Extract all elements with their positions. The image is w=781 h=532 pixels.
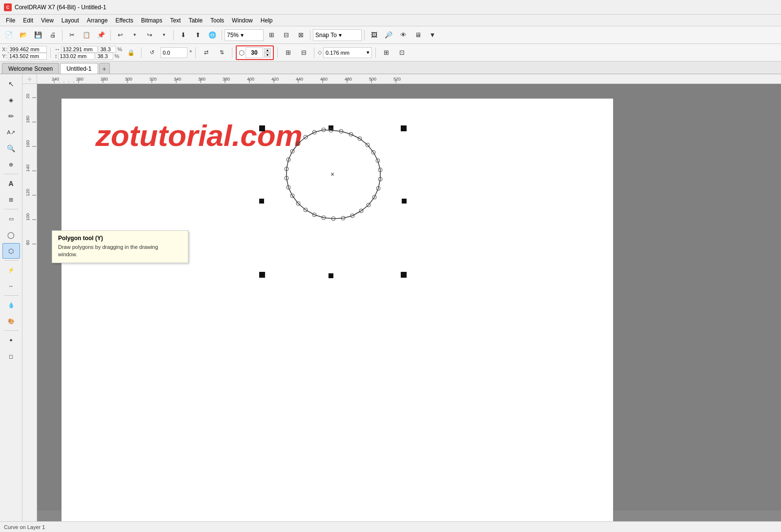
svg-text:320: 320 [149,77,157,82]
separator1 [62,30,62,41]
view-options4[interactable]: 🖥 [411,29,425,41]
pct-symbol1: % [117,46,122,52]
redo-button[interactable]: ↪ [143,29,156,41]
svg-text:500: 500 [369,77,376,82]
zoom-dropdown[interactable]: 75% ▾ [225,29,264,41]
undo-button[interactable]: ↩ [113,29,127,41]
obj-props[interactable]: ⊞ [379,46,393,59]
lock-ratio-button[interactable]: 🔒 [124,46,138,59]
svg-rect-35 [22,84,37,521]
print-button[interactable]: 🖨 [46,29,60,41]
tool-artistic[interactable]: A↗ [2,124,20,140]
main-area: ↖ ◈ ✏ A↗ 🔍 ⊕ A ⊞ ▭ ◯ ⬡ ⚡ ↔ 💧 🎨 ✦ ◻ ⊹ 240 [0,74,781,521]
reset-rotation[interactable]: ↺ [145,46,159,59]
menu-window[interactable]: Window [228,16,257,25]
view-options1[interactable]: 🖼 [367,29,381,41]
drawing-area[interactable]: zotutorial.com [37,84,781,511]
mirror-x[interactable]: ⊞ [281,46,295,59]
width-pct[interactable] [99,46,116,53]
undo-dropdown[interactable]: ▼ [128,29,142,41]
menu-tools[interactable]: Tools [206,16,228,25]
tool-pan[interactable]: ⊕ [2,157,20,172]
status-text: Curve on Layer 1 [4,524,45,530]
snap-to-dropdown[interactable]: Snap To ▾ [313,29,362,41]
tool-text[interactable]: A [2,176,20,191]
height-input[interactable] [58,53,95,60]
transform-pos[interactable]: ⊡ [395,46,409,59]
sides-down[interactable]: ▼ [264,53,271,58]
tool-freehand[interactable]: ✏ [2,108,20,124]
height-pct[interactable] [96,53,113,60]
width-input[interactable] [61,46,98,53]
export-button[interactable]: ⬆ [191,29,205,41]
menu-arrange[interactable]: Arrange [83,16,112,25]
zoom-options[interactable]: ⊞ [265,29,278,41]
tool-ellipse[interactable]: ◯ [2,227,20,243]
y-input[interactable] [8,53,47,60]
separator6 [364,30,365,41]
status-bar: Curve on Layer 1 [0,521,781,532]
width-icon: ↔ [54,46,60,53]
svg-text:440: 440 [296,77,303,82]
save-button[interactable]: 💾 [31,29,45,41]
svg-text:360: 360 [198,77,206,82]
cut-button[interactable]: ✂ [65,29,79,41]
guidelines-button[interactable]: ⊠ [294,29,308,41]
redo-dropdown[interactable]: ▼ [157,29,171,41]
menu-text[interactable]: Text [166,16,185,25]
menu-layout[interactable]: Layout [58,16,83,25]
publish-button[interactable]: 🌐 [206,29,219,41]
menu-edit[interactable]: Edit [19,16,37,25]
sides-up[interactable]: ▲ [264,48,271,53]
tab-welcome-screen[interactable]: Welcome Screen [2,63,59,74]
tool-outline[interactable]: ◻ [2,348,20,364]
open-button[interactable]: 📂 [17,29,30,41]
mirror-y[interactable]: ⊟ [297,46,310,59]
tool-pick[interactable]: ↖ [2,76,20,92]
svg-text:20: 20 [25,94,30,99]
polygon-sides-input[interactable] [246,47,263,58]
separator-size [141,47,142,58]
copy-button[interactable]: 📋 [80,29,93,41]
grid-button[interactable]: ⊟ [279,29,293,41]
flip-h[interactable]: ⇄ [199,46,213,59]
canvas-area[interactable]: ⊹ 240 260 280 300 320 340 360 380 [22,74,781,521]
sides-spinner: ▲ ▼ [264,48,271,58]
view-options2[interactable]: 🔎 [382,29,395,41]
view-options3[interactable]: 👁 [396,29,410,41]
title-bar: C CorelDRAW X7 (64-Bit) - Untitled-1 [0,0,781,15]
paste-button[interactable]: 📌 [94,29,108,41]
tab-untitled1[interactable]: Untitled-1 [60,63,98,74]
tool-shape[interactable]: ◈ [2,92,20,108]
tool-table[interactable]: ⊞ [2,192,20,207]
handle-ml [259,199,264,204]
tool-eyedropper[interactable]: 💧 [2,297,20,313]
outline-dropdown[interactable]: 0.176 mm ▾ [323,47,372,58]
shape-svg: × [62,99,613,521]
tool-zoom[interactable]: 🔍 [2,141,20,156]
rotation-input[interactable] [161,47,187,58]
menu-table[interactable]: Table [185,16,206,25]
tool-connector[interactable]: ⚡ [2,262,20,278]
tool-rectangle[interactable]: ▭ [2,211,20,226]
menu-effects[interactable]: Effects [112,16,137,25]
tab-add[interactable]: + [99,63,110,74]
import-button[interactable]: ⬇ [176,29,190,41]
flip-v[interactable]: ⇅ [215,46,228,59]
menu-file[interactable]: File [2,16,19,25]
tool-smart-draw[interactable]: ✦ [2,332,20,348]
menu-bitmaps[interactable]: Bitmaps [137,16,166,25]
svg-text:280: 280 [101,77,108,82]
menu-help[interactable]: Help [257,16,277,25]
svg-text:240: 240 [52,77,59,82]
tool-polygon[interactable]: ⬡ [2,243,20,259]
tool-dimension[interactable]: ↔ [2,278,20,294]
separator-poly [277,47,278,58]
ruler-left: 20 180 160 140 120 100 80 [22,84,37,521]
tool-fill[interactable]: 🎨 [2,313,20,329]
new-button[interactable]: 📄 [2,29,16,41]
svg-text:460: 460 [320,77,328,82]
menu-view[interactable]: View [37,16,58,25]
view-options5[interactable]: ▼ [426,29,439,41]
x-input[interactable] [8,46,47,53]
